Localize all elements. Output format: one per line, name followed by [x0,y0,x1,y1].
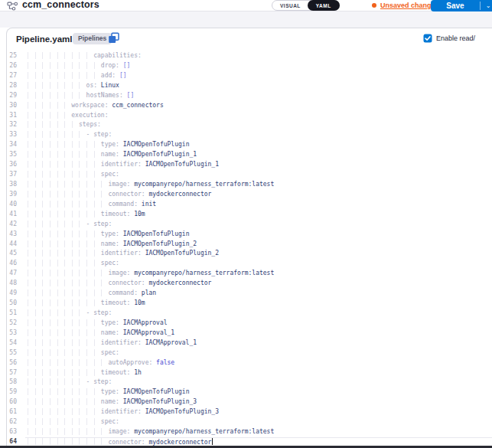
code-line[interactable]: 30 workspace: ccm_connectors [7,101,492,111]
code-line[interactable]: 51 - step: [7,309,492,319]
code-text: name: IACMOpenTofuPlugin_2 [28,240,197,250]
code-line[interactable]: 38 image: mycompanyrepo/harness_terrafor… [7,180,492,190]
line-number: 51 [7,309,17,319]
code-line[interactable]: 33 - step: [7,130,492,140]
code-line[interactable]: 59 type: IACMOpenTofuPlugin [7,388,492,397]
code-line[interactable]: 46 spec: [7,259,492,269]
line-number: 46 [7,259,17,269]
code-text: type: IACMApproval [28,319,168,329]
code-text: identifier: IACMApproval_1 [28,338,197,348]
code-text: image: mycompanyrepo/harness_terraform:l… [28,180,275,190]
yaml-editor-card: Pipeline.yaml Pipelines Enable read/ 25 … [6,28,492,448]
code-line[interactable]: 27 add: [] [7,71,492,81]
line-number: 63 [7,427,17,437]
code-line[interactable]: 60 name: IACMOpenTofuPlugin_3 [7,397,492,407]
code-text: capabilities: [28,51,142,61]
code-line[interactable]: 47 image: mycompanyrepo/harness_terrafor… [7,269,492,279]
code-text: add: [] [28,71,127,81]
text-cursor [212,437,213,445]
code-line[interactable]: 52 type: IACMApproval [7,319,492,329]
code-text: identifier: IACMOpenTofuPlugin_2 [28,249,219,259]
code-line[interactable]: 62 spec: [7,417,492,427]
line-number: 38 [7,180,17,190]
save-button[interactable]: Save ⌄ [431,0,492,11]
code-line[interactable]: 57 timeout: 1h [7,368,492,378]
code-line[interactable]: 42 - step: [7,220,492,230]
line-number: 32 [7,120,17,130]
code-line[interactable]: 48 connector: mydockerconnector [7,279,492,289]
code-text: identifier: IACMOpenTofuPlugin_3 [28,407,219,417]
line-number: 44 [7,240,17,250]
code-text: name: IACMOpenTofuPlugin_1 [28,150,197,160]
code-line[interactable]: 34 type: IACMOpenTofuPlugin [7,140,492,150]
line-number: 48 [7,279,17,289]
code-text: execution: [28,111,109,121]
code-text: type: IACMOpenTofuPlugin [28,140,190,150]
line-number: 27 [7,71,17,81]
code-line[interactable]: 58 - step: [7,378,492,388]
line-number: 58 [7,378,17,388]
entity-type-badge: Pipelines [73,33,112,44]
code-line[interactable]: 56 autoApprove: false [7,358,492,368]
code-text: spec: [28,170,119,180]
code-text: - step: [28,378,112,388]
code-text: timeout: 1h [28,368,142,378]
header-gap-strip [0,11,492,28]
line-number: 62 [7,417,17,427]
code-line[interactable]: 53 name: IACMApproval_1 [7,329,492,338]
save-label: Save [431,0,480,11]
file-name: Pipeline.yaml [16,34,73,44]
toggle-yaml[interactable]: YAML [308,0,340,11]
code-line[interactable]: 28 os: Linux [7,81,492,91]
code-line[interactable]: 45 identifier: IACMOpenTofuPlugin_2 [7,249,492,259]
copy-icon[interactable] [108,32,120,44]
code-line[interactable]: 54 identifier: IACMApproval_1 [7,338,492,348]
chevron-down-icon[interactable]: ⌄ [481,0,492,11]
code-text: timeout: 10m [28,210,145,220]
code-line[interactable]: 39 connector: mydockerconnector [7,190,492,200]
code-text: connector: mydockerconnector [28,279,212,289]
code-text: identifier: IACMOpenTofuPlugin_1 [28,160,219,170]
code-line[interactable]: 55 spec: [7,348,492,358]
line-number: 45 [7,249,17,259]
code-text: image: mycompanyrepo/harness_terraform:l… [28,269,275,279]
page-title: ccm_connectors [22,0,99,11]
code-line[interactable]: 49 command: plan [7,289,492,299]
code-line[interactable]: 63 image: mycompanyrepo/harness_terrafor… [7,427,492,437]
pipeline-icon [7,1,18,15]
toggle-visual[interactable]: VISUAL [272,1,308,10]
line-number: 31 [7,111,17,121]
line-number: 40 [7,200,17,210]
code-line[interactable]: 43 type: IACMOpenTofuPlugin [7,230,492,240]
line-number: 34 [7,140,17,150]
code-line[interactable]: 61 identifier: IACMOpenTofuPlugin_3 [7,407,492,417]
code-line[interactable]: 26 drop: [] [7,61,492,71]
line-number: 43 [7,230,17,240]
unsaved-changes-link[interactable]: Unsaved changes [372,1,439,10]
code-line[interactable]: 50 timeout: 10m [7,299,492,309]
line-number: 61 [7,407,17,417]
enable-readwrite-checkbox[interactable]: Enable read/ [423,34,475,43]
code-text: spec: [28,417,119,427]
code-line[interactable]: 44 name: IACMOpenTofuPlugin_2 [7,240,492,250]
code-text: - step: [28,220,112,230]
checkbox-checked-icon[interactable] [423,34,432,43]
line-number: 52 [7,319,17,329]
code-line[interactable]: 31 execution: [7,111,492,121]
code-text: command: init [28,200,157,210]
code-line[interactable]: 36 identifier: IACMOpenTofuPlugin_1 [7,160,492,170]
editor-subheader: Pipeline.yaml Pipelines Enable read/ [7,28,492,51]
code-line[interactable]: 41 timeout: 10m [7,210,492,220]
code-line[interactable]: 40 command: init [7,200,492,210]
code-line[interactable]: 32 steps: [7,120,492,130]
code-text: - step: [28,309,112,319]
code-line[interactable]: 29 hostNames: [] [7,91,492,101]
code-line[interactable]: 25 capabilities: [7,51,492,61]
line-number: 54 [7,338,17,348]
line-number: 26 [7,61,17,71]
code-line[interactable]: 35 name: IACMOpenTofuPlugin_1 [7,150,492,160]
code-line[interactable]: 37 spec: [7,170,492,180]
line-number: 50 [7,299,17,309]
code-text: connector: mydockerconnector [28,190,212,200]
line-number: 53 [7,329,17,338]
